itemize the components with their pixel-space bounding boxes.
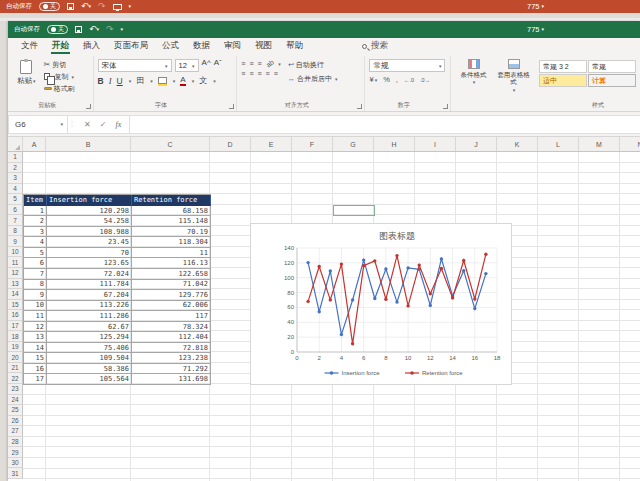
align-left-icon[interactable]: ≡	[241, 70, 245, 77]
table-header-cell[interactable]: Retention force	[132, 195, 211, 206]
column-header[interactable]: C	[131, 137, 210, 152]
row-header[interactable]: 22	[8, 373, 23, 384]
chart-object[interactable]: 020406080100120140024681012141618图表标题Ins…	[250, 223, 512, 385]
search-box[interactable]: 搜索	[362, 38, 388, 54]
column-header[interactable]: K	[497, 137, 538, 152]
qat-customize-icon[interactable]: ▾	[129, 4, 132, 9]
row-header[interactable]: 23	[8, 384, 23, 395]
table-cell[interactable]: 108.988	[47, 227, 132, 238]
row-header[interactable]: 29	[8, 447, 23, 458]
borders-button[interactable]: 田	[136, 77, 144, 85]
row-header[interactable]: 13	[8, 279, 23, 290]
row-header[interactable]: 11	[8, 257, 23, 268]
italic-button[interactable]: I	[109, 76, 112, 86]
decrease-indent-icon[interactable]: ≡	[266, 70, 270, 77]
align-middle-icon[interactable]: ≡	[249, 60, 253, 67]
comma-format-button[interactable]: ,	[396, 75, 398, 84]
monitor-icon[interactable]	[113, 4, 122, 10]
table-cell[interactable]: 67.204	[47, 290, 132, 301]
menu-tab[interactable]: 审阅	[217, 38, 248, 54]
menu-tab[interactable]: 视图	[248, 38, 279, 54]
row-header[interactable]: 27	[8, 426, 23, 437]
table-cell[interactable]: 13	[24, 332, 47, 343]
increase-indent-icon[interactable]: ≡	[274, 70, 278, 77]
table-cell[interactable]: 62.006	[132, 301, 211, 312]
table-cell[interactable]: 11	[24, 311, 47, 322]
outer-account-badge[interactable]: 775▾	[527, 0, 544, 13]
insert-function-button[interactable]: fx	[115, 120, 121, 129]
cell-style-item[interactable]: 常规 3 2	[539, 60, 587, 73]
cell-style-item[interactable]: 适中	[539, 74, 587, 87]
row-header[interactable]: 14	[8, 289, 23, 300]
cut-button[interactable]: ✂剪切	[44, 59, 75, 70]
table-cell[interactable]: 125.294	[47, 332, 132, 343]
table-cell[interactable]: 12	[24, 322, 47, 333]
table-cell[interactable]: 123.238	[132, 353, 211, 364]
fill-color-button[interactable]	[158, 77, 167, 84]
column-header[interactable]: D	[210, 137, 251, 152]
table-cell[interactable]: 115.148	[132, 216, 211, 227]
row-header[interactable]: 18	[8, 331, 23, 342]
shrink-font-button[interactable]: Aˇ	[214, 59, 222, 67]
table-cell[interactable]: 131.698	[132, 374, 211, 385]
sheet-grid[interactable]: 1234567891011121314151617181920212223242…	[8, 152, 640, 481]
table-header-cell[interactable]: Insertion force	[47, 195, 132, 206]
cancel-icon[interactable]: ✕	[84, 120, 91, 129]
phonetic-button[interactable]: 文	[199, 77, 207, 85]
row-header[interactable]: 19	[8, 342, 23, 353]
menu-tab[interactable]: 开始	[45, 38, 76, 54]
menu-tab[interactable]: 插入	[76, 38, 107, 54]
column-header[interactable]: E	[251, 137, 292, 152]
table-cell[interactable]: 2	[24, 216, 47, 227]
row-header[interactable]: 9	[8, 236, 23, 247]
underline-button[interactable]: U	[117, 76, 123, 86]
table-cell[interactable]: 123.65	[47, 258, 132, 269]
qat-customize-icon[interactable]: ▾	[121, 27, 124, 32]
table-cell[interactable]: 3	[24, 227, 47, 238]
copy-button[interactable]: 复制▾	[44, 71, 75, 82]
row-header[interactable]: 3	[8, 173, 23, 184]
table-cell[interactable]: 70	[47, 248, 132, 259]
table-cell[interactable]: 71.042	[132, 280, 211, 291]
table-cell[interactable]: 113.226	[47, 301, 132, 312]
table-cell[interactable]: 9	[24, 290, 47, 301]
conditional-formatting-button[interactable]: 条件格式▾	[455, 57, 492, 86]
menu-tab[interactable]: 文件	[14, 38, 45, 54]
row-header[interactable]: 1	[8, 152, 23, 163]
row-header[interactable]: 26	[8, 416, 23, 427]
column-header[interactable]: M	[579, 137, 620, 152]
row-header[interactable]: 28	[8, 437, 23, 448]
save-icon[interactable]	[67, 3, 74, 10]
table-cell[interactable]: 111.286	[47, 311, 132, 322]
grid-canvas[interactable]: ItemInsertion forceRetention force1120.2…	[23, 152, 640, 481]
cell-style-item[interactable]: 常规	[588, 60, 636, 73]
font-color-button[interactable]: A	[180, 76, 185, 86]
row-header[interactable]: 17	[8, 321, 23, 332]
table-cell[interactable]: 7	[24, 269, 47, 280]
table-cell[interactable]: 16	[24, 364, 47, 375]
paste-button[interactable]: 粘贴▾	[14, 57, 41, 86]
dialog-launcher-icon[interactable]	[86, 104, 91, 109]
font-size-select[interactable]: 12▾	[175, 59, 199, 72]
table-cell[interactable]: 58.386	[47, 364, 132, 375]
account-badge[interactable]: 775▾	[527, 21, 544, 38]
menu-tab[interactable]: 公式	[155, 38, 186, 54]
column-header[interactable]: A	[23, 137, 46, 152]
outer-autosave-toggle[interactable]: 关	[39, 2, 60, 11]
table-cell[interactable]: 54.258	[47, 216, 132, 227]
align-top-icon[interactable]: ≡	[241, 60, 245, 67]
table-cell[interactable]: 8	[24, 280, 47, 291]
column-header[interactable]: F	[292, 137, 333, 152]
undo-icon[interactable]: ↶▾	[89, 25, 99, 34]
dialog-launcher-icon[interactable]	[357, 104, 362, 109]
table-cell[interactable]: 23.45	[47, 237, 132, 248]
table-cell[interactable]: 70.19	[132, 227, 211, 238]
grow-font-button[interactable]: A^	[202, 59, 211, 67]
menu-tab[interactable]: 帮助	[279, 38, 310, 54]
merge-center-button[interactable]: ↔合并后居中▾	[288, 73, 338, 84]
column-header[interactable]: I	[415, 137, 456, 152]
bold-button[interactable]: B	[98, 76, 104, 86]
row-header[interactable]: 10	[8, 247, 23, 258]
cell-style-item[interactable]: 计算	[588, 74, 636, 87]
table-cell[interactable]: 10	[24, 301, 47, 312]
